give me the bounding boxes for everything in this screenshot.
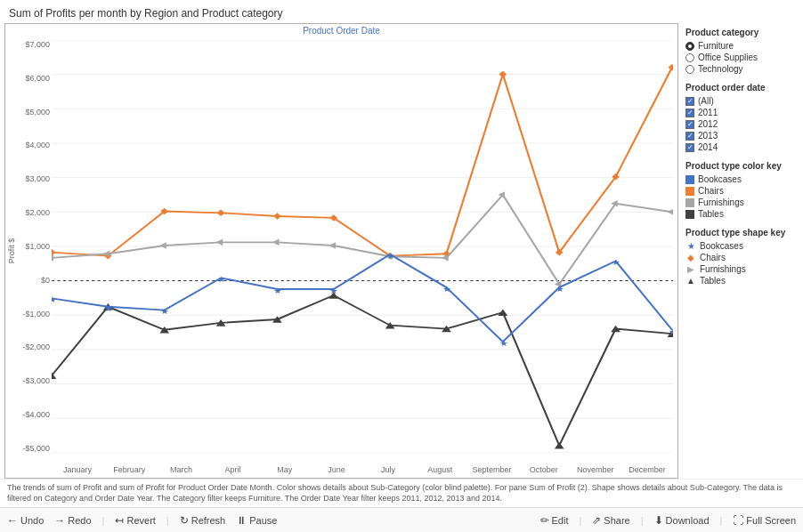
- chart-description: The trends of sum of Profit and sum of P…: [0, 479, 803, 507]
- orange-marker-8: [499, 71, 507, 78]
- category-technology[interactable]: Technology: [685, 64, 796, 74]
- blue-marker-2: ★: [160, 307, 169, 316]
- gray-marker-4: [272, 239, 280, 246]
- blue-marker-11: ★: [669, 326, 673, 335]
- dark-marker-8: [498, 309, 507, 316]
- y-label-5000: $5,000: [25, 108, 50, 117]
- furnishings-color-dot: [685, 198, 694, 207]
- 2013-checkbox[interactable]: [685, 132, 694, 141]
- undo-label: Undo: [20, 515, 44, 526]
- revert-label: Revert: [126, 515, 155, 526]
- gray-marker-5: [328, 242, 336, 249]
- shape-tables: ▲ Tables: [685, 276, 796, 286]
- separator-1: |: [102, 515, 105, 526]
- bookcases-color-label: Bookcases: [698, 174, 742, 184]
- chart-title: Sum of Profits per month by Region and P…: [0, 0, 803, 23]
- 2014-checkbox[interactable]: [685, 143, 694, 152]
- edit-icon: ✏: [540, 514, 549, 527]
- date-2011[interactable]: 2011: [685, 108, 796, 117]
- x-label-jun: June: [311, 465, 362, 474]
- x-label-nov: November: [570, 465, 621, 474]
- x-label-jul: July: [362, 465, 414, 474]
- date-2014[interactable]: 2014: [685, 142, 796, 152]
- gray-marker-0: [52, 254, 53, 262]
- category-office-supplies[interactable]: Office Supplies: [685, 52, 796, 62]
- content-area: Product Order Date Profit $ $7,000 $6,00…: [0, 23, 803, 479]
- date-all[interactable]: (All): [685, 96, 796, 106]
- pause-button[interactable]: ⏸ Pause: [236, 514, 277, 527]
- y-label-4000: $4,000: [25, 141, 50, 149]
- shape-bookcases: ★ Bookcases: [685, 241, 796, 251]
- product-category-section: Product category Furniture Office Suppli…: [685, 28, 796, 74]
- office-supplies-label: Office Supplies: [698, 52, 758, 62]
- x-label-may: May: [259, 465, 311, 474]
- blue-marker-0: ★: [52, 295, 56, 304]
- category-furniture[interactable]: Furniture: [685, 41, 796, 51]
- furniture-label: Furniture: [698, 41, 734, 51]
- shape-furnishings: ▶ Furnishings: [685, 264, 796, 274]
- color-furnishings: Furnishings: [685, 197, 796, 207]
- y-label-1000: $1,000: [25, 242, 50, 251]
- office-supplies-radio[interactable]: [685, 53, 694, 62]
- blue-marker-8: ★: [499, 338, 508, 347]
- technology-label: Technology: [698, 64, 743, 74]
- y-label-6000: $6,000: [25, 74, 50, 83]
- blue-marker-5: ★: [329, 286, 338, 294]
- x-axis: January February March April May June Ju…: [52, 465, 673, 474]
- main-container: Sum of Profits per month by Region and P…: [0, 0, 803, 532]
- redo-label: Redo: [68, 515, 91, 526]
- product-category-title: Product category: [685, 28, 796, 37]
- date-2012[interactable]: 2012: [685, 119, 796, 129]
- chart-x-label: Product Order Date: [5, 26, 677, 36]
- y-label-n1000: -$1,000: [22, 310, 50, 318]
- 2011-checkbox[interactable]: [685, 109, 694, 117]
- share-icon: ⇗: [592, 514, 601, 527]
- bookcases-shape-icon: ★: [685, 241, 696, 251]
- y-label-n5000: -$5,000: [22, 444, 50, 453]
- tables-color-label: Tables: [698, 209, 724, 219]
- product-order-date-title: Product order date: [685, 83, 796, 93]
- date-all-label: (All): [698, 96, 714, 106]
- color-tables: Tables: [685, 209, 796, 219]
- fullscreen-label: Full Screen: [746, 515, 796, 526]
- date-2013[interactable]: 2013: [685, 131, 796, 141]
- separator-5: |: [720, 515, 723, 526]
- furnishings-color-label: Furnishings: [698, 197, 744, 207]
- share-button[interactable]: ⇗ Share: [592, 514, 629, 527]
- color-chairs: Chairs: [685, 186, 796, 196]
- pause-label: Pause: [249, 515, 277, 526]
- 2012-checkbox[interactable]: [685, 120, 694, 129]
- color-key-section: Product type color key Bookcases Chairs …: [685, 161, 796, 219]
- revert-icon: ↤: [115, 514, 124, 527]
- y-axis: $7,000 $6,000 $5,000 $4,000 $3,000 $2,00…: [16, 40, 50, 453]
- undo-button[interactable]: ← Undo: [7, 514, 44, 527]
- redo-button[interactable]: → Redo: [54, 514, 91, 527]
- toolbar: ← Undo → Redo | ↤ Revert | ↻ Refresh ⏸ P…: [0, 507, 803, 532]
- all-checkbox[interactable]: [685, 97, 694, 106]
- furniture-radio[interactable]: [685, 42, 694, 51]
- download-button[interactable]: ⬇ Download: [654, 514, 710, 527]
- chart-container: Product Order Date Profit $ $7,000 $6,00…: [4, 23, 678, 479]
- y-axis-title: Profit $: [7, 238, 16, 264]
- edit-button[interactable]: ✏ Edit: [540, 514, 569, 527]
- tables-color-dot: [685, 210, 694, 219]
- blue-marker-1: ★: [104, 303, 113, 312]
- revert-button[interactable]: ↤ Revert: [115, 514, 155, 527]
- gray-marker-2: [159, 242, 166, 249]
- blue-marker-7: ★: [442, 284, 451, 293]
- refresh-button[interactable]: ↻ Refresh: [180, 514, 226, 527]
- blue-marker-10: ★: [612, 258, 620, 267]
- fullscreen-button[interactable]: ⛶ Full Screen: [733, 514, 796, 527]
- x-label-oct: October: [518, 465, 570, 474]
- download-icon: ⬇: [654, 514, 663, 527]
- undo-icon: ←: [7, 514, 18, 527]
- blue-marker-6: ★: [386, 251, 395, 260]
- separator-4: |: [641, 515, 644, 526]
- chairs-color-label: Chairs: [698, 186, 724, 196]
- gray-marker-3: [216, 239, 223, 246]
- technology-radio[interactable]: [685, 65, 694, 74]
- refresh-icon: ↻: [180, 514, 189, 527]
- blue-marker-4: ★: [273, 286, 282, 294]
- blue-marker-3: ★: [217, 275, 226, 284]
- dark-marker-9: [555, 442, 564, 449]
